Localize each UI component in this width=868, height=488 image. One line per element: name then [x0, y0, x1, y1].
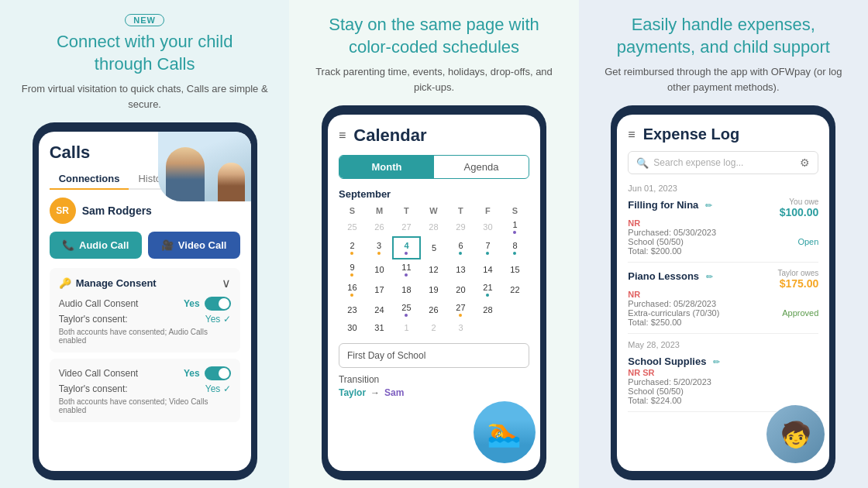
- calendar-event-dot: [513, 231, 516, 234]
- expense-item-piano: Piano Lessons ✏ Taylor owes $175.00 NR P…: [628, 269, 818, 334]
- calendar-day-cell[interactable]: 26: [366, 217, 393, 237]
- video-consent-toggle[interactable]: [205, 366, 231, 380]
- expense-search-row[interactable]: 🔍 Search expense log... ⚙: [628, 151, 818, 174]
- expense-nr-1: NR: [628, 218, 818, 228]
- calendar-event-dot: [405, 273, 408, 277]
- calendar-day-cell[interactable]: 30: [474, 217, 501, 237]
- calendar-day-cell[interactable]: 23: [339, 300, 366, 320]
- video-call-button[interactable]: 🎥 Video Call: [148, 232, 240, 259]
- new-badge: NEW: [125, 14, 164, 26]
- calendar-day-cell[interactable]: 27: [447, 300, 474, 320]
- calendar-day-cell[interactable]: 18: [393, 280, 420, 300]
- call-buttons-row: 📞 Audio Call 🎥 Video Call: [50, 232, 240, 259]
- calendar-day-cell[interactable]: 28: [420, 217, 447, 237]
- calendar-day-cell[interactable]: 2: [420, 320, 447, 335]
- expense-total-1: Total: $200.00: [628, 246, 684, 256]
- edit-icon-3[interactable]: ✏: [713, 357, 720, 366]
- expense-item-supplies: School Supplies ✏ NR SR Purchased: 5/20/…: [628, 354, 818, 412]
- calendar-event-dot: [459, 252, 462, 255]
- cal-weekday: S: [501, 204, 529, 217]
- expense-category-3: School (50/50): [628, 387, 818, 396]
- calendar-day-cell[interactable]: 12: [420, 259, 447, 280]
- expense-search-input[interactable]: Search expense log...: [653, 157, 795, 168]
- expenses-title: Easily handle expenses, payments, and ch…: [617, 14, 830, 58]
- expense-item-filling: Filling for Nina ✏ You owe $100.00 NR Pu…: [628, 198, 818, 263]
- video-call-label: Video Call: [178, 239, 227, 251]
- calendar-event-dot: [459, 314, 462, 317]
- expense-amount-1: $100.00: [780, 206, 819, 218]
- calendar-day-cell[interactable]: [501, 300, 529, 320]
- tab-connections[interactable]: Connections: [50, 169, 129, 190]
- expenses-panel: Easily handle expenses, payments, and ch…: [579, 0, 868, 488]
- edit-icon-2[interactable]: ✏: [706, 272, 713, 281]
- calendar-event-dot: [377, 252, 381, 255]
- calendar-grid: SMTWTFS 25262728293012345678910111213141…: [339, 204, 529, 335]
- calendar-day-cell[interactable]: [474, 320, 501, 335]
- taylor-video-label: Taylor's consent:: [59, 383, 128, 394]
- tab-agenda[interactable]: Agenda: [434, 156, 529, 178]
- calendar-day-cell[interactable]: 24: [366, 300, 393, 320]
- calendar-day-cell[interactable]: 20: [447, 280, 474, 300]
- calendar-event-dot: [350, 252, 353, 255]
- calendar-day-cell[interactable]: 11: [393, 259, 420, 280]
- calendar-day-cell[interactable]: 29: [447, 217, 474, 237]
- calendar-day-cell[interactable]: 21: [474, 280, 501, 300]
- event-name: First Day of School: [347, 350, 425, 361]
- calendar-day-cell[interactable]: 19: [420, 280, 447, 300]
- calendar-day-cell[interactable]: 28: [474, 300, 501, 320]
- calendar-event-dot: [350, 273, 353, 277]
- calendar-day-cell[interactable]: 6: [447, 237, 474, 259]
- calendar-day-cell[interactable]: 15: [501, 259, 529, 280]
- expense-nr-3: NR SR: [628, 368, 654, 377]
- cal-weekday: T: [447, 204, 474, 217]
- audio-consent-toggle[interactable]: [205, 297, 231, 311]
- calendar-day-cell[interactable]: 4: [393, 237, 420, 259]
- key-icon: 🔑: [59, 277, 71, 289]
- to-person: Sam: [384, 387, 404, 398]
- child-photo: 🧒: [766, 405, 825, 463]
- expense-category-1: School (50/50): [628, 237, 684, 246]
- calendar-day-cell[interactable]: 31: [366, 320, 393, 335]
- calendar-day-cell[interactable]: 25: [393, 300, 420, 320]
- expense-menu-icon[interactable]: ≡: [628, 128, 635, 142]
- calendar-day-cell[interactable]: 25: [339, 217, 366, 237]
- calendar-event-dot: [513, 252, 516, 255]
- calendar-day-cell[interactable]: 13: [447, 259, 474, 280]
- chevron-down-icon[interactable]: ∨: [222, 276, 231, 290]
- filter-icon[interactable]: ⚙: [800, 156, 810, 169]
- calendar-day-cell[interactable]: 3: [447, 320, 474, 335]
- arrow-icon: →: [370, 387, 380, 398]
- calendar-day-cell[interactable]: 27: [393, 217, 420, 237]
- expense-nr-2: NR: [628, 290, 818, 299]
- search-icon: 🔍: [636, 157, 649, 169]
- calendar-day-cell[interactable]: 30: [339, 320, 366, 335]
- calendar-day-cell[interactable]: 7: [474, 237, 501, 259]
- calendar-event-box: First Day of School: [339, 343, 529, 368]
- date-divider-3: May 28, 2023: [628, 340, 818, 349]
- expense-name-1: Filling for Nina: [628, 199, 698, 211]
- calendar-day-cell[interactable]: 3: [366, 237, 393, 259]
- video-consent-label: Video Call Consent: [59, 368, 139, 379]
- calendar-day-cell[interactable]: 1: [393, 320, 420, 335]
- edit-icon-1[interactable]: ✏: [705, 201, 712, 210]
- calendar-day-cell[interactable]: 10: [366, 259, 393, 280]
- calendar-day-cell[interactable]: 16: [339, 280, 366, 300]
- calendar-day-cell[interactable]: 9: [339, 259, 366, 280]
- expense-name-3: School Supplies: [628, 356, 706, 367]
- audio-call-button[interactable]: 📞 Audio Call: [50, 232, 142, 259]
- video-consent-note: Both accounts have consented; Video Call…: [59, 397, 231, 414]
- calendar-menu-icon[interactable]: ≡: [339, 129, 346, 143]
- calendar-day-cell[interactable]: 1: [501, 217, 529, 237]
- calendar-day-cell[interactable]: [501, 320, 529, 335]
- calendar-day-cell[interactable]: 2: [339, 237, 366, 259]
- calendar-event-dot: [486, 252, 489, 255]
- calendar-day-cell[interactable]: 8: [501, 237, 529, 259]
- calendar-day-cell[interactable]: 17: [366, 280, 393, 300]
- calls-phone-screen: Calls Connections History SR Sam Rodgers…: [39, 132, 251, 471]
- calendar-day-cell[interactable]: 14: [474, 259, 501, 280]
- tab-month[interactable]: Month: [339, 156, 434, 178]
- expense-label-2: Taylor owes: [778, 269, 819, 277]
- calendar-day-cell[interactable]: 5: [420, 237, 447, 259]
- calendar-day-cell[interactable]: 26: [420, 300, 447, 320]
- calendar-day-cell[interactable]: 22: [501, 280, 529, 300]
